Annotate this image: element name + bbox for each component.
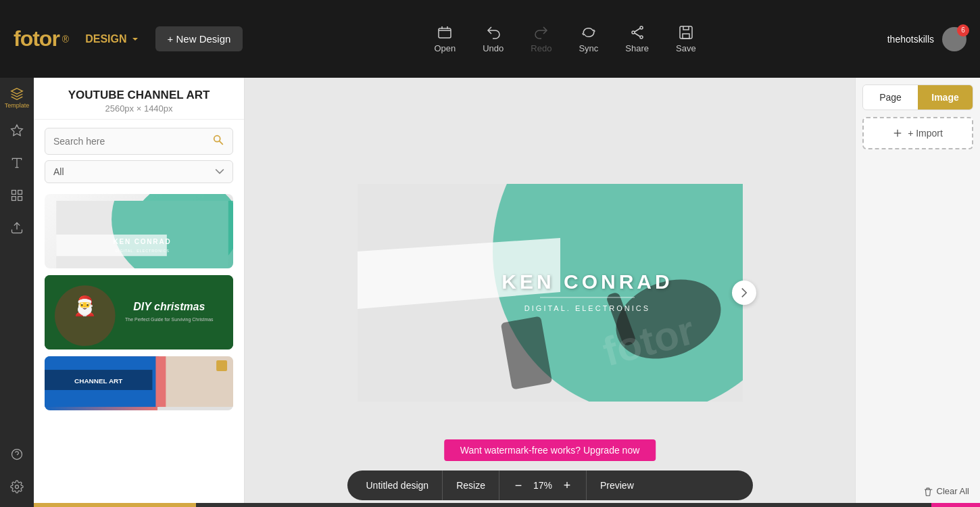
upgrade-banner[interactable]: Want watermark-free works? Upgrade now [444, 439, 656, 461]
svg-rect-32 [216, 360, 227, 371]
search-bar[interactable] [45, 128, 233, 155]
template-header: YOUTUBE CHANNEL ART 2560px × 1440px [34, 78, 244, 120]
progress-pink [931, 503, 981, 507]
logo-text: fotor [14, 26, 59, 51]
sidebar-item-upload[interactable] [3, 214, 30, 241]
username: thehotskills [887, 34, 934, 45]
clear-all-button[interactable]: Clear All [919, 482, 973, 500]
logo: fotor ® [14, 26, 69, 51]
filter-bar[interactable]: All [45, 160, 233, 183]
logo-reg: ® [62, 34, 69, 45]
template-grid: KEN CONRAD DIGITAL. ELECTRONICS 🎅 DIY ch… [34, 189, 244, 507]
canvas-nav-right[interactable] [732, 281, 756, 305]
canvas-wrapper: KEN CONRAD DIGITAL. ELECTRONICS fotor [358, 184, 743, 402]
clear-all-label: Clear All [937, 486, 969, 496]
gear-icon [10, 480, 24, 493]
sync-button[interactable]: Sync [579, 24, 598, 53]
canvas-svg: KEN CONRAD DIGITAL. ELECTRONICS fotor [358, 184, 743, 402]
import-label: + Import [908, 128, 943, 139]
zoom-minus-button[interactable]: − [510, 479, 526, 493]
trash-icon [923, 487, 933, 496]
text-icon [10, 156, 24, 170]
bottom-bar: Untitled design Resize − 17% + Preview [347, 470, 753, 500]
svg-rect-4 [680, 26, 692, 39]
tab-image[interactable]: Image [918, 85, 973, 110]
svg-text:KEN CONRAD: KEN CONRAD [114, 238, 172, 245]
sidebar-item-help[interactable] [3, 441, 30, 468]
zoom-controls: − 17% + [499, 470, 587, 500]
svg-text:DIGITAL. ELECTRONICS: DIGITAL. ELECTRONICS [524, 304, 650, 312]
template-card-2[interactable]: 🎅 DIY christmas The Perfect Guide for Su… [45, 275, 233, 349]
template-title: YOUTUBE CHANNEL ART [45, 89, 233, 102]
svg-marker-6 [11, 125, 23, 136]
share-icon [629, 24, 645, 41]
right-tabs: Page Image [862, 84, 973, 110]
sidebar-item-template[interactable]: Template [3, 84, 30, 112]
icon-sidebar: Template [0, 78, 34, 507]
svg-rect-29 [155, 356, 166, 407]
navbar-right: thehotskills 6 [887, 27, 966, 51]
sidebar-item-elements[interactable] [3, 117, 30, 144]
design-name[interactable]: Untitled design [353, 470, 443, 500]
save-button[interactable]: Save [676, 24, 696, 53]
navbar-center: Open Undo Redo Sync Share Save [243, 24, 887, 53]
template-preview-3: CHANNEL ART [45, 356, 233, 407]
main-layout: Template YOUTUBE CHANNEL ART 2560px × 14… [0, 78, 980, 507]
notification-badge: 6 [957, 24, 969, 37]
template-preview-1: KEN CONRAD DIGITAL. ELECTRONICS [51, 201, 233, 268]
right-panel: Page Image + Import Clear All [855, 78, 980, 507]
new-design-button[interactable]: + New Design [155, 26, 243, 51]
sidebar-item-settings[interactable] [3, 473, 30, 500]
template-panel: YOUTUBE CHANNEL ART 2560px × 1440px All [34, 78, 245, 507]
resize-button[interactable]: Resize [443, 470, 499, 500]
filter-label: All [53, 166, 215, 177]
navbar-left: fotor ® DESIGN + New Design [14, 26, 243, 51]
svg-line-16 [220, 141, 223, 145]
open-icon [437, 24, 453, 41]
svg-point-3 [640, 36, 643, 39]
star-icon [10, 124, 24, 137]
svg-text:The Perfect Guide for Survivin: The Perfect Guide for Surviving Christma… [125, 317, 214, 322]
sidebar-item-template-label: Template [5, 102, 30, 109]
save-icon [678, 24, 694, 41]
canvas-design[interactable]: KEN CONRAD DIGITAL. ELECTRONICS fotor [358, 184, 743, 402]
layers-icon [10, 87, 24, 101]
open-button[interactable]: Open [434, 24, 456, 53]
share-button[interactable]: Share [625, 24, 649, 53]
svg-text:🎅: 🎅 [73, 295, 97, 317]
svg-rect-10 [18, 197, 22, 201]
tab-page[interactable]: Page [863, 85, 918, 110]
chevron-down-icon [215, 168, 224, 175]
navbar: fotor ® DESIGN + New Design Open Undo Re… [0, 0, 980, 78]
redo-button[interactable]: Redo [531, 24, 552, 53]
grid-icon [10, 189, 24, 202]
svg-text:KEN CONRAD: KEN CONRAD [501, 270, 672, 293]
avatar[interactable]: 6 [942, 27, 966, 51]
zoom-value: 17% [533, 480, 552, 491]
svg-point-14 [16, 485, 19, 489]
sidebar-item-background[interactable] [3, 182, 30, 209]
sidebar-item-text[interactable] [3, 149, 30, 176]
sync-icon [581, 24, 597, 41]
template-preview-2: 🎅 DIY christmas The Perfect Guide for Su… [45, 275, 233, 349]
import-button[interactable]: + Import [862, 117, 973, 149]
svg-rect-7 [12, 191, 16, 195]
design-button[interactable]: DESIGN [80, 29, 144, 49]
svg-rect-0 [439, 28, 451, 38]
undo-button[interactable]: Undo [483, 24, 504, 53]
chevron-down-icon [131, 35, 139, 43]
svg-text:CHANNEL ART: CHANNEL ART [74, 377, 122, 385]
search-icon [212, 134, 224, 149]
upgrade-text: Want watermark-free works? Upgrade now [460, 445, 640, 456]
search-input[interactable] [53, 136, 212, 147]
redo-icon [533, 24, 549, 41]
svg-rect-8 [18, 191, 22, 195]
chevron-right-icon [741, 287, 748, 298]
svg-rect-9 [12, 197, 16, 201]
preview-button[interactable]: Preview [587, 470, 647, 500]
zoom-plus-button[interactable]: + [559, 479, 575, 493]
template-card-1[interactable]: KEN CONRAD DIGITAL. ELECTRONICS [45, 194, 233, 268]
canvas-area: KEN CONRAD DIGITAL. ELECTRONICS fotor Wa… [245, 78, 855, 507]
svg-text:DIGITAL. ELECTRONICS: DIGITAL. ELECTRONICS [115, 249, 170, 253]
template-card-3[interactable]: CHANNEL ART [45, 356, 233, 410]
